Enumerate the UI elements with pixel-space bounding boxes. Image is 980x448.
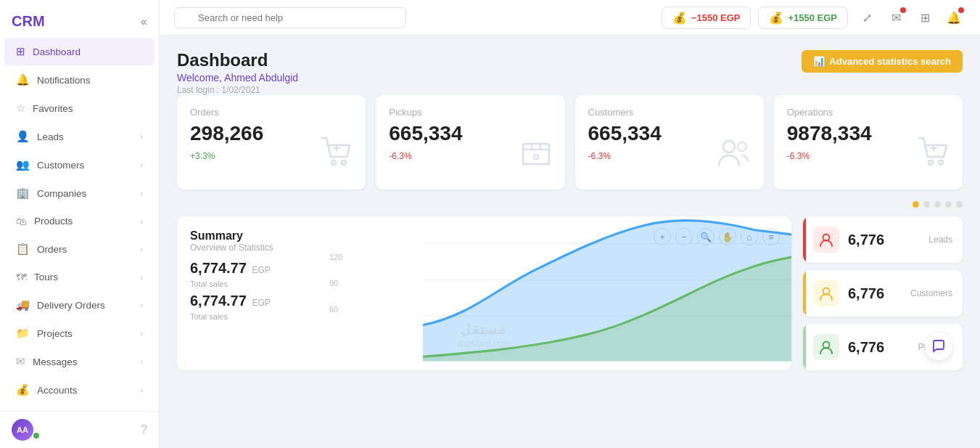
sidebar-item-label-messages: Messages [33,357,78,367]
page-title: Dashboard [177,50,298,70]
main-area: 🔍 💰 −1550 EGP 💰 +1550 EGP ⤢ ✉ ⊞ 🔔 [160,0,980,448]
chevron-right-icon: › [140,329,143,338]
operations-card-label: Operations [787,107,950,118]
dot-2[interactable] [923,201,930,208]
chevron-right-icon: › [140,189,143,197]
sidebar-item-customers[interactable]: 👥 Customers › [4,151,155,179]
companies-icon: 🏢 [16,187,30,200]
customers-group-icon [713,134,754,179]
customers-stat-label: Customers [910,288,952,298]
dashboard-icon: ⊞ [16,45,25,58]
mail-icon[interactable]: ✉ [884,6,907,29]
topbar: 🔍 💰 −1550 EGP 💰 +1550 EGP ⤢ ✉ ⊞ 🔔 [160,0,980,36]
grid-icon[interactable]: ⊞ [913,6,936,29]
sidebar-footer: AA ? [0,411,159,448]
sidebar-item-messages[interactable]: ✉ Messages › [4,348,155,375]
sidebar-item-products[interactable]: 🛍 Products › [4,208,155,235]
card-pagination [177,201,963,208]
bottom-area: Summary Overview of Statistics 6,774.77 … [177,216,963,370]
online-indicator [33,433,39,439]
last-login-text: Last login : 1/02/2021 [177,85,298,95]
sidebar-collapse-button[interactable]: « [141,15,147,28]
chart-y-axis: 120 90 60 [329,253,342,314]
messages-icon: ✉ [16,355,25,368]
sidebar-item-orders[interactable]: 📋 Orders › [4,235,155,263]
customers-stat-value: 6,776 [848,285,884,302]
chevron-right-icon: › [140,301,143,309]
expand-icon[interactable]: ⤢ [855,6,878,29]
operations-cart-icon [915,134,952,179]
sidebar-item-companies[interactable]: 🏢 Companies › [4,179,155,207]
sidebar-item-label-projects: Projects [37,328,73,339]
sidebar-item-label-dashboard: Dashboard [33,46,81,57]
pickups-box-icon [517,134,555,179]
customers-card-label: Customers [588,107,751,118]
sidebar-item-label-orders: Orders [37,244,67,255]
orders-card-label: Orders [190,107,353,118]
dot-1[interactable] [913,201,919,208]
sidebar-item-label-companies: Companies [37,188,86,199]
app-logo: CRM [12,13,45,30]
topbar-icons: ⤢ ✉ ⊞ 🔔 [855,6,965,29]
svg-point-5 [738,142,746,151]
sidebar-item-projects[interactable]: 📁 Projects › [4,319,155,347]
sidebar-item-tours[interactable]: 🗺 Tours › [4,264,155,290]
advanced-stats-button[interactable]: 📊 Advanced statistics search [802,50,963,73]
pickups-card-label: Pickups [389,107,551,118]
sidebar-item-label-delivery-orders: Delivery Orders [37,300,105,311]
sidebar-item-dashboard[interactable]: ⊞ Dashboard [4,38,155,65]
notification-bell-icon[interactable]: 🔔 [942,6,965,29]
balance-positive-value: +1550 EGP [788,12,837,23]
delivery-icon: 🚚 [16,298,30,311]
search-wrapper: 🔍 [174,7,406,28]
sidebar-item-delivery-orders[interactable]: 🚚 Delivery Orders › [4,291,155,319]
sidebar-item-leads[interactable]: 👤 Leads › [4,123,155,150]
total-sales-value-1: 6,774.77 [190,260,247,276]
dot-4[interactable] [945,201,952,208]
bell-icon: 🔔 [16,73,30,86]
right-stat-products: 6,776 Products [803,324,963,370]
stat-card-customers: Customers 665,334 -6.3% [575,95,764,190]
y-axis-60: 60 [329,305,342,314]
total-sales-value-2: 6,774.77 [190,293,247,309]
svg-point-0 [332,160,336,165]
star-icon: ☆ [16,102,25,115]
help-icon[interactable]: ? [141,423,147,436]
stat-card-operations: Operations 9878,334 -6.3% [774,95,963,190]
customers-stat-icon [813,280,839,306]
sidebar-item-notifications[interactable]: 🔔 Notifications [4,66,155,94]
right-stats-panel: 6,776 Leads 6,776 Customers [803,216,963,370]
avatar[interactable]: AA [12,419,33,441]
orders-cart-icon [318,134,355,179]
right-stat-customers: 6,776 Customers [803,270,963,317]
sidebar-item-accounts[interactable]: 💰 Accounts › [4,376,155,404]
chevron-right-icon: › [140,273,143,282]
dot-5[interactable] [956,201,963,208]
products-stat-icon [813,334,839,360]
sidebar-item-label-leads: Leads [37,131,64,142]
chevron-right-icon: › [140,357,143,366]
sidebar-item-label-customers: Customers [37,160,84,171]
svg-point-4 [723,141,735,152]
balance-negative-button[interactable]: 💰 −1550 EGP [662,7,752,29]
sidebar-item-favorites[interactable]: ☆ Favorites [4,94,155,122]
chevron-right-icon: › [140,132,143,141]
balance-positive-button[interactable]: 💰 +1550 EGP [758,7,848,29]
orders-icon: 📋 [16,243,30,256]
chevron-right-icon: › [140,386,143,394]
products-icon: 🛍 [16,215,27,227]
svg-point-1 [342,160,346,165]
search-input[interactable] [174,7,406,28]
sidebar: CRM « ⊞ Dashboard 🔔 Notifications ☆ Favo… [0,0,160,448]
mail-badge [900,7,906,13]
stat-card-orders: Orders 298,266 +3.3% [177,95,366,190]
svg-point-3 [534,155,538,159]
customers-icon: 👥 [16,158,30,171]
leads-stat-label: Leads [928,235,952,245]
chat-bubble-button[interactable] [925,333,952,360]
chevron-right-icon: › [140,245,143,253]
dashboard-title-area: Dashboard Welcome, Ahmed Abdulgid Last l… [177,50,298,95]
dot-3[interactable] [934,201,941,208]
topbar-right: 💰 −1550 EGP 💰 +1550 EGP ⤢ ✉ ⊞ 🔔 [662,6,965,29]
tours-icon: 🗺 [16,271,27,283]
